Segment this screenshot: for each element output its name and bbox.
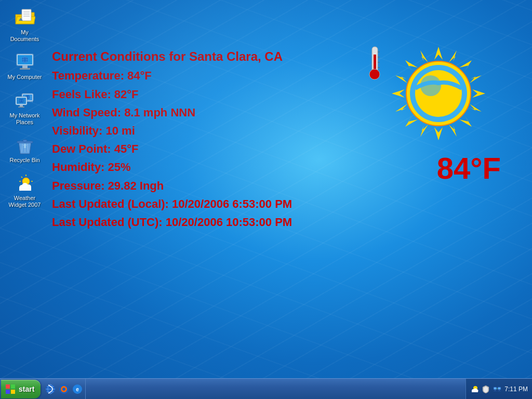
svg-marker-50 [392, 89, 405, 98]
desktop-icon-my-documents[interactable]: My Documents [5, 5, 44, 45]
start-button[interactable]: start [1, 380, 41, 398]
svg-marker-48 [434, 47, 443, 60]
svg-marker-49 [434, 127, 443, 140]
start-label: start [19, 385, 34, 393]
svg-rect-89 [495, 390, 496, 391]
weather-last-updated-local: Last Updated (Local): 10/20/2006 6:53:00… [52, 195, 522, 213]
svg-marker-63 [395, 104, 407, 112]
svg-marker-61 [420, 125, 428, 137]
system-tray: 7:11 PM [466, 379, 532, 399]
my-network-places-label: My Network Places [7, 112, 42, 126]
tray-clock: 7:11 PM [504, 385, 528, 393]
svg-marker-56 [420, 50, 428, 62]
desktop-icon-weather-widget[interactable]: Weather Widget 2007 [5, 171, 44, 210]
svg-rect-0 [22, 9, 31, 21]
weather-last-updated-utc: Last Updated (UTC): 10/20/2006 10:53:00 … [52, 213, 522, 231]
svg-rect-20 [18, 107, 24, 108]
tray-network-icon[interactable] [493, 385, 501, 393]
svg-rect-7 [22, 65, 28, 68]
my-computer-icon [15, 52, 35, 73]
svg-line-35 [21, 177, 22, 178]
desktop-icon-my-network-places[interactable]: My Network Places [5, 88, 44, 128]
svg-rect-40 [19, 188, 31, 191]
weather-widget-icon [15, 173, 35, 194]
sun-icon-container [387, 42, 490, 148]
weather-widget-label: Weather Widget 2007 [7, 195, 42, 208]
svg-point-79 [62, 388, 65, 391]
taskbar: start [0, 378, 532, 399]
svg-rect-19 [20, 105, 23, 107]
svg-point-66 [415, 70, 462, 117]
my-documents-icon [15, 7, 35, 28]
ie-icon[interactable] [45, 383, 56, 395]
svg-rect-68 [6, 384, 10, 389]
svg-text:e: e [76, 387, 79, 392]
svg-rect-88 [494, 388, 496, 389]
svg-point-43 [369, 69, 380, 79]
tray-security-icon[interactable] [482, 385, 490, 393]
my-network-places-icon [15, 90, 35, 111]
svg-rect-8 [20, 68, 30, 70]
recycle-bin-label: Recycle Bin [9, 157, 39, 164]
svg-rect-70 [6, 390, 10, 394]
my-computer-label: My Computer [7, 74, 42, 81]
svg-marker-51 [472, 89, 485, 98]
thermometer-icon [363, 44, 387, 81]
desktop-icon-my-computer[interactable]: My Computer [5, 50, 44, 83]
svg-rect-90 [494, 391, 497, 391]
ie2-icon[interactable]: e [72, 383, 83, 395]
svg-rect-94 [498, 391, 501, 391]
svg-point-67 [420, 75, 441, 96]
svg-marker-57 [449, 125, 457, 137]
recycle-bin-icon [15, 135, 35, 156]
my-documents-label: My Documents [7, 29, 42, 43]
desktop-icons: My Documents [5, 5, 44, 211]
svg-marker-59 [470, 104, 482, 112]
svg-marker-60 [449, 50, 457, 62]
quick-launch-bar: e [43, 379, 86, 399]
windows-logo-icon [5, 384, 16, 394]
svg-marker-58 [395, 75, 407, 83]
svg-rect-92 [498, 388, 500, 389]
firefox-icon[interactable] [58, 383, 70, 395]
desktop: My Documents [0, 0, 532, 399]
svg-rect-26 [23, 140, 27, 142]
desktop-icon-recycle-bin[interactable]: Recycle Bin [5, 133, 44, 166]
svg-rect-69 [11, 384, 15, 389]
large-temperature: 84°F [437, 151, 501, 185]
svg-rect-93 [499, 390, 500, 391]
svg-rect-71 [11, 390, 15, 394]
svg-marker-62 [470, 75, 482, 83]
tray-weather-icon[interactable] [470, 385, 478, 393]
svg-rect-86 [472, 391, 478, 392]
